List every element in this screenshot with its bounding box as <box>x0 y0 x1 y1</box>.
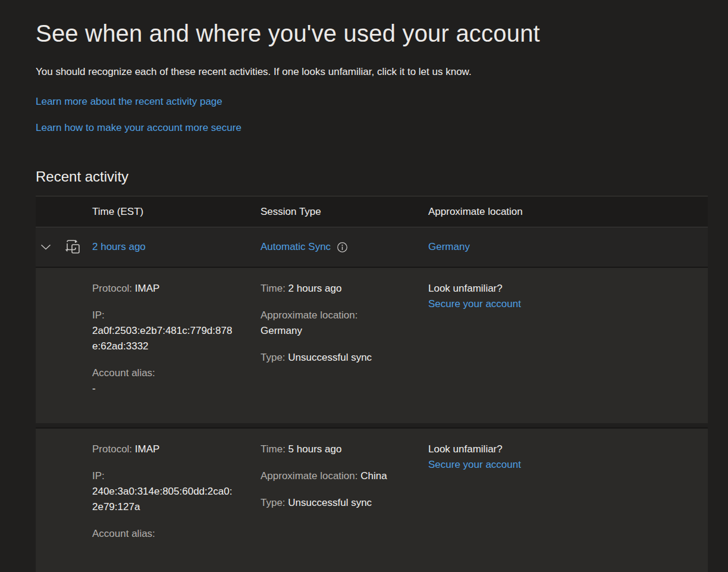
secure-account-link[interactable]: Secure your account <box>428 296 521 312</box>
look-unfamiliar-text: Look unfamiliar? <box>428 442 708 457</box>
detail-col-session: Time: 5 hours ago Approximate location: … <box>261 442 409 522</box>
info-icon[interactable] <box>337 242 348 253</box>
sync-devices-icon <box>62 238 83 256</box>
activity-table: Time (EST) Session Type Approximate loca… <box>36 196 708 572</box>
ip-row: IP: 240e:3a0:314e:805:60dd:2ca0:2e79:127… <box>92 468 261 515</box>
page-title: See when and where you've used your acco… <box>36 20 708 47</box>
detail-col-action: Look unfamiliar? Secure your account <box>428 442 708 473</box>
summary-time: 2 hours ago <box>92 241 261 253</box>
section-title: Recent activity <box>36 168 708 185</box>
learn-secure-account-link[interactable]: Learn how to make your account more secu… <box>36 122 241 134</box>
account-alias-row: Account alias: <box>92 526 261 542</box>
look-unfamiliar-text: Look unfamiliar? <box>428 281 708 296</box>
page-subtitle: You should recognize each of these recen… <box>36 66 708 78</box>
location-row: Approximate location: China <box>261 468 409 484</box>
ip-address: 240e:3a0:314e:805:60dd:2ca0:2e79:127a <box>92 484 234 515</box>
detail-col-session: Time: 2 hours ago Approximate location: … <box>261 281 409 377</box>
ip-address: 2a0f:2503:e2b7:481c:779d:878e:62ad:3332 <box>92 323 234 354</box>
summary-location: Germany <box>428 241 708 253</box>
activity-summary-row[interactable]: 2 hours ago Automatic Sync Germany <box>36 227 708 267</box>
time-row: Time: 5 hours ago <box>261 442 409 457</box>
type-row: Type: Unsuccessful sync <box>261 495 409 511</box>
location-row: Approximate location: Germany <box>261 308 409 339</box>
summary-session-type: Automatic Sync <box>261 241 428 253</box>
secure-account-link[interactable]: Secure your account <box>428 457 521 473</box>
detail-col-connection: Protocol: IMAP IP: 2a0f:2503:e2b7:481c:7… <box>92 281 261 408</box>
col-header-time: Time (EST) <box>92 206 261 218</box>
activity-detail-panel: Protocol: IMAP IP: 240e:3a0:314e:805:60d… <box>36 427 708 572</box>
time-row: Time: 2 hours ago <box>261 281 409 296</box>
account-alias-row: Account alias: - <box>92 365 261 396</box>
col-header-location: Approximate location <box>428 206 708 218</box>
recent-activity-page: See when and where you've used your acco… <box>0 0 728 572</box>
detail-col-action: Look unfamiliar? Secure your account <box>428 281 708 312</box>
protocol-row: Protocol: IMAP <box>92 281 261 296</box>
table-header-row: Time (EST) Session Type Approximate loca… <box>36 196 708 227</box>
chevron-down-icon[interactable] <box>39 240 53 254</box>
protocol-row: Protocol: IMAP <box>92 442 261 457</box>
col-header-session-type: Session Type <box>261 206 428 218</box>
learn-more-recent-activity-link[interactable]: Learn more about the recent activity pag… <box>36 96 222 108</box>
activity-detail-panel: Protocol: IMAP IP: 2a0f:2503:e2b7:481c:7… <box>36 267 708 423</box>
row-lead <box>36 238 92 256</box>
ip-row: IP: 2a0f:2503:e2b7:481c:779d:878e:62ad:3… <box>92 308 261 354</box>
detail-col-connection: Protocol: IMAP IP: 240e:3a0:314e:805:60d… <box>92 442 261 553</box>
type-row: Type: Unsuccessful sync <box>261 350 409 365</box>
